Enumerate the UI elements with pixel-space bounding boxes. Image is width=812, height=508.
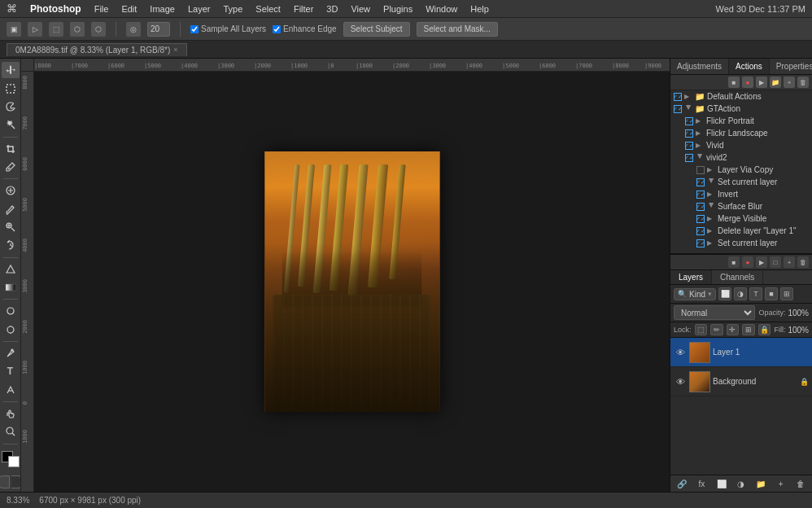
link-layers-btn[interactable]: 🔗 <box>675 478 688 489</box>
add-mask-btn[interactable]: ⬜ <box>715 478 728 489</box>
action-arrow-sc2[interactable]: ▶ <box>707 239 715 247</box>
actions-bottom-new[interactable]: + <box>784 256 795 268</box>
action-row-set-current[interactable]: ✓ ▶ Set current layer <box>670 176 812 188</box>
action-arrow-vivid2[interactable]: ▶ <box>696 154 704 162</box>
dodge-tool[interactable] <box>2 322 20 338</box>
tab-channels[interactable]: Channels <box>712 270 763 284</box>
layer1-visibility-eye[interactable]: 👁 <box>674 348 687 357</box>
action-row-merge-visible[interactable]: ✓ ▶ Merge Visible <box>670 212 812 225</box>
menu-type[interactable]: Type <box>223 4 242 14</box>
apple-logo[interactable]: ⌘ <box>7 2 17 15</box>
hand-tool[interactable] <box>2 405 20 422</box>
action-arrow-sb[interactable]: ▶ <box>708 203 715 211</box>
eyedropper-tool[interactable] <box>2 159 20 175</box>
menu-layer[interactable]: Layer <box>188 4 211 14</box>
opacity-value[interactable]: 100% <box>788 309 809 318</box>
action-record-button[interactable]: ● <box>742 77 753 88</box>
tab-actions[interactable]: Actions <box>729 59 770 74</box>
action-row-delete-layer[interactable]: ✓ ▶ Delete layer "Layer 1" <box>670 225 812 237</box>
action-arrow-fp[interactable]: ▶ <box>696 117 704 125</box>
action-new-set-button[interactable]: 📁 <box>770 77 781 88</box>
action-row-flickr-portrait[interactable]: ✓ ▶ Flickr Portrait <box>670 115 812 127</box>
tab-properties[interactable]: Properties <box>770 59 812 74</box>
lock-transparent-btn[interactable]: ⬚ <box>695 324 708 335</box>
filter-smart-btn[interactable]: ⊞ <box>780 287 793 300</box>
action-arrow-fl[interactable]: ▶ <box>696 129 704 137</box>
select-subject-button[interactable]: Select Subject <box>343 22 410 37</box>
action-row-set-current2[interactable]: ✓ ▶ Set current layer <box>670 237 812 249</box>
menu-3d[interactable]: 3D <box>326 4 338 14</box>
enhance-edge-checkbox[interactable] <box>273 25 281 33</box>
action-row-invert[interactable]: ✓ ▶ Invert <box>670 188 812 200</box>
enhance-edge-label[interactable]: Enhance Edge <box>273 24 337 33</box>
action-arrow-lvc[interactable]: ▶ <box>707 166 715 173</box>
kind-dropdown-arrow[interactable]: ▾ <box>708 290 712 298</box>
foreground-background-colors[interactable] <box>2 451 20 467</box>
action-delete-button[interactable]: 🗑 <box>797 77 809 88</box>
actions-bottom-delete[interactable]: 🗑 <box>797 256 809 268</box>
action-play-button[interactable]: ▶ <box>756 77 767 88</box>
action-arrow-mv[interactable]: ▶ <box>707 215 715 222</box>
action-row-default[interactable]: ✓ ▶ 📁 Default Actions <box>670 90 812 103</box>
menu-file[interactable]: File <box>94 4 109 14</box>
action-row-vivid[interactable]: ✓ ▶ Vivid <box>670 139 812 151</box>
fill-value[interactable]: 100% <box>788 326 809 335</box>
tab-close-icon[interactable]: × <box>173 46 177 54</box>
menu-select[interactable]: Select <box>255 4 281 14</box>
delete-layer-btn[interactable]: 🗑 <box>794 478 807 489</box>
marquee-tool[interactable] <box>2 80 20 96</box>
lock-all-btn[interactable]: 🔒 <box>758 324 771 335</box>
menu-image[interactable]: Image <box>150 4 175 14</box>
filter-shape-btn[interactable]: ■ <box>765 287 778 300</box>
lock-artboard-btn[interactable]: ⊞ <box>742 324 755 335</box>
menu-window[interactable]: Window <box>426 4 457 14</box>
path-selection-tool[interactable] <box>2 382 20 398</box>
pen-tool[interactable] <box>2 345 20 361</box>
action-row-layer-via-copy[interactable]: ▶ Layer Via Copy <box>670 164 812 176</box>
canvas-content[interactable] <box>34 72 670 492</box>
actions-bottom-stop[interactable]: ■ <box>728 256 740 268</box>
blend-mode-select[interactable]: Normal <box>674 305 755 320</box>
action-arrow-default[interactable]: ▶ <box>684 93 692 100</box>
lock-move-btn[interactable]: ✛ <box>727 324 740 335</box>
type-tool[interactable]: T <box>2 363 20 379</box>
menu-plugins[interactable]: Plugins <box>383 4 413 14</box>
filter-adj-btn[interactable]: ◑ <box>734 287 747 300</box>
menu-view[interactable]: View <box>351 4 370 14</box>
clone-stamp-tool[interactable] <box>2 219 20 235</box>
sample-all-label[interactable]: Sample All Layers <box>190 24 266 33</box>
layer-effects-btn[interactable]: fx <box>695 478 708 489</box>
action-stop-button[interactable]: ■ <box>728 77 740 88</box>
new-group-btn[interactable]: 📁 <box>754 478 767 489</box>
layer-row-background[interactable]: 👁 Background 🔒 <box>670 367 812 396</box>
action-arrow-sc[interactable]: ▶ <box>708 178 715 186</box>
new-adjustment-btn[interactable]: ◑ <box>735 478 748 489</box>
action-new-button[interactable]: + <box>784 77 795 88</box>
action-arrow-dl[interactable]: ▶ <box>707 227 715 234</box>
lock-paint-btn[interactable]: ✏ <box>710 324 723 335</box>
layer-row-layer1[interactable]: 👁 Layer 1 <box>670 338 812 367</box>
healing-tool[interactable] <box>2 182 20 199</box>
action-arrow-inv[interactable]: ▶ <box>707 190 715 198</box>
document-tab[interactable]: 0M2A8889s.tif @ 8.33% (Layer 1, RGB/8*) … <box>7 43 187 56</box>
sample-all-checkbox[interactable] <box>190 25 199 33</box>
menu-edit[interactable]: Edit <box>121 4 137 14</box>
eraser-tool[interactable] <box>2 261 20 278</box>
select-and-mask-button[interactable]: Select and Mask... <box>417 22 498 37</box>
background-visibility-eye[interactable]: 👁 <box>674 377 687 387</box>
crop-tool[interactable] <box>2 140 20 156</box>
actions-bottom-newset[interactable]: □ <box>770 256 781 268</box>
background-color[interactable] <box>8 456 20 467</box>
filter-pixel-btn[interactable]: ⬜ <box>718 287 731 300</box>
new-layer-btn[interactable]: + <box>775 478 788 489</box>
lasso-tool[interactable] <box>2 99 20 115</box>
action-arrow-gtaction[interactable]: ▶ <box>685 105 692 113</box>
tab-layers[interactable]: Layers <box>670 270 712 284</box>
tab-adjustments[interactable]: Adjustments <box>670 59 729 74</box>
action-row-surface-blur[interactable]: ✓ ▶ Surface Blur <box>670 200 812 212</box>
action-arrow-vivid[interactable]: ▶ <box>696 142 704 149</box>
menu-filter[interactable]: Filter <box>294 4 313 14</box>
magic-wand-tool[interactable] <box>2 116 20 133</box>
move-tool[interactable] <box>2 62 20 78</box>
action-row-gtaction[interactable]: ✓ ▶ 📁 GTAction <box>670 103 812 115</box>
